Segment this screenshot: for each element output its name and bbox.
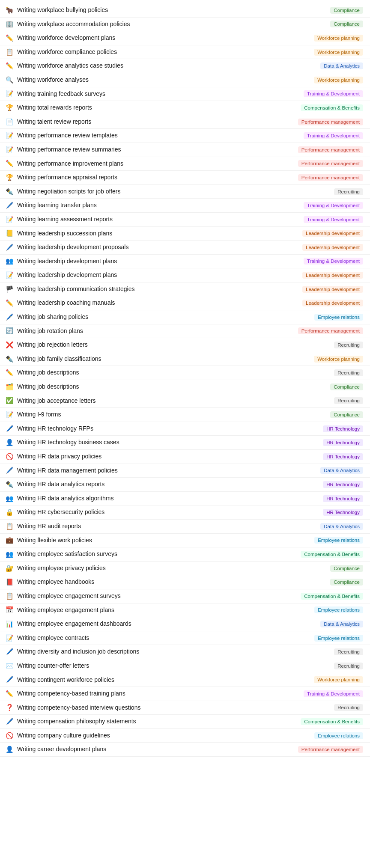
list-item[interactable]: 🖊️Writing HR technology RFPsHR Technolog… <box>0 422 370 436</box>
item-label: Writing I-9 forms <box>17 410 61 419</box>
list-item[interactable]: 🖊️Writing leadership development proposa… <box>0 241 370 255</box>
list-item[interactable]: 📝Writing employee contractsEmployee rela… <box>0 631 370 645</box>
item-badge: Employee relations <box>314 537 363 544</box>
item-icon: ✒️ <box>5 355 14 363</box>
item-left: 🏆Writing performance appraisal reports <box>5 173 298 182</box>
list-item[interactable]: 📝Writing training feedback surveysTraini… <box>0 87 370 101</box>
list-item[interactable]: ❓Writing competency-based interview ques… <box>0 701 370 715</box>
list-item[interactable]: ✏️Writing leadership coaching manualsLea… <box>0 296 370 310</box>
item-icon: 🚫 <box>5 732 14 740</box>
list-item[interactable]: ✏️Writing workforce development plansWor… <box>0 31 370 45</box>
item-icon: ✉️ <box>5 662 14 670</box>
item-left: 🚫Writing HR data privacy policies <box>5 452 323 461</box>
item-badge: HR Technology <box>323 439 363 446</box>
list-item[interactable]: 📅Writing employee engagement plansEmploy… <box>0 603 370 618</box>
item-icon: 📋 <box>5 523 14 530</box>
list-item[interactable]: 📝Writing performance review templatesTra… <box>0 129 370 143</box>
item-badge: Employee relations <box>314 314 363 321</box>
list-item[interactable]: ❌Writing job rejection lettersRecruiting <box>0 338 370 352</box>
list-item[interactable]: 📊Writing employee engagement dashboardsD… <box>0 617 370 631</box>
item-icon: 📝 <box>5 411 14 419</box>
item-badge: Leadership development <box>302 272 363 279</box>
list-item[interactable]: 🖊️Writing job sharing policiesEmployee r… <box>0 310 370 324</box>
item-badge: Compensation & Benefits <box>301 593 363 600</box>
list-item[interactable]: 🔐Writing employee privacy policiesCompli… <box>0 562 370 576</box>
item-badge: Employee relations <box>314 732 363 739</box>
list-item[interactable]: ✏️Writing performance improvement plansP… <box>0 157 370 171</box>
list-item[interactable]: 📒Writing leadership succession plansLead… <box>0 227 370 241</box>
list-item[interactable]: ✉️Writing counter-offer lettersRecruitin… <box>0 659 370 673</box>
item-label: Writing HR data privacy policies <box>17 452 101 461</box>
list-item[interactable]: 🚫Writing company culture guidelinesEmplo… <box>0 729 370 743</box>
list-item[interactable]: 🖊️Writing diversity and inclusion job de… <box>0 645 370 659</box>
item-badge: Recruiting <box>334 342 363 348</box>
list-item[interactable]: 📝Writing I-9 formsCompliance <box>0 408 370 422</box>
list-item[interactable]: 🖊️Writing learning transfer plansTrainin… <box>0 199 370 213</box>
list-item[interactable]: 🏆Writing performance appraisal reportsPe… <box>0 171 370 185</box>
item-badge: Recruiting <box>334 397 363 404</box>
list-item[interactable]: 👥Writing HR data analytics algorithmsHR … <box>0 492 370 506</box>
item-badge: Leadership development <box>302 286 363 293</box>
item-icon: 📝 <box>5 146 14 154</box>
item-left: 📝Writing training feedback surveys <box>5 90 304 98</box>
list-item[interactable]: 👤Writing career development plansPerform… <box>0 743 370 757</box>
list-item[interactable]: 🏆Writing total rewards reportsCompensati… <box>0 101 370 115</box>
list-item[interactable]: 📋Writing HR audit reportsData & Analytic… <box>0 520 370 534</box>
list-item[interactable]: 🔒Writing HR cybersecurity policiesHR Tec… <box>0 505 370 520</box>
item-icon: 👤 <box>5 439 14 446</box>
list-item[interactable]: 🖊️Writing HR data management policiesDat… <box>0 464 370 478</box>
list-item[interactable]: 👥Writing leadership development plansTra… <box>0 255 370 269</box>
item-icon: 📝 <box>5 271 14 279</box>
list-item[interactable]: 📋Writing workforce compliance policiesWo… <box>0 45 370 59</box>
list-item[interactable]: 📋Writing employee engagement surveysComp… <box>0 589 370 603</box>
list-item[interactable]: ✒️Writing negotiation scripts for job of… <box>0 185 370 199</box>
list-item[interactable]: 🔄Writing job rotation plansPerformance m… <box>0 324 370 339</box>
item-icon: 🔄 <box>5 327 14 335</box>
item-icon: 🏆 <box>5 104 14 112</box>
list-item[interactable]: ✒️Writing HR data analytics reportsHR Te… <box>0 478 370 492</box>
item-left: 🖊️Writing job sharing policies <box>5 313 314 321</box>
item-icon: 🔒 <box>5 508 14 516</box>
item-badge: Performance management <box>298 327 363 334</box>
list-item[interactable]: ✏️Writing workforce analytics case studi… <box>0 59 370 73</box>
list-item[interactable]: 🖊️Writing compensation philosophy statem… <box>0 715 370 729</box>
list-item[interactable]: ✏️Writing job descriptionsRecruiting <box>0 366 370 380</box>
item-left: 📋Writing workforce compliance policies <box>5 48 314 56</box>
list-item[interactable]: 👥Writing employee satisfaction surveysCo… <box>0 547 370 562</box>
list-item[interactable]: 🔍Writing workforce analysesWorkforce pla… <box>0 73 370 87</box>
list-item[interactable]: 🐂Writing workplace bullying policiesComp… <box>0 3 370 18</box>
item-label: Writing job rejection letters <box>17 341 88 349</box>
list-item[interactable]: 📕Writing employee handbooksCompliance <box>0 575 370 589</box>
item-left: 🖊️Writing contingent workforce policies <box>5 676 314 684</box>
list-item[interactable]: ✅Writing job acceptance lettersRecruitin… <box>0 394 370 408</box>
item-icon: ✏️ <box>5 299 14 307</box>
list-item[interactable]: 📝Writing learning assessment reportsTrai… <box>0 213 370 227</box>
item-left: 📒Writing leadership succession plans <box>5 229 302 238</box>
item-label: Writing workplace accommodation policies <box>17 20 130 29</box>
list-item[interactable]: ✒️Writing job family classificationsWork… <box>0 352 370 366</box>
item-icon: 👥 <box>5 550 14 558</box>
item-left: 📋Writing employee engagement surveys <box>5 592 301 600</box>
list-item[interactable]: 🏴Writing leadership communication strate… <box>0 282 370 297</box>
item-badge: Training & Development <box>304 216 363 223</box>
item-badge: HR Technology <box>323 481 363 488</box>
list-item[interactable]: 🏢Writing workplace accommodation policie… <box>0 18 370 32</box>
item-label: Writing leadership communication strateg… <box>17 285 134 294</box>
item-badge: HR Technology <box>323 425 363 432</box>
item-badge: Data & Analytics <box>320 467 363 474</box>
item-label: Writing HR technology business cases <box>17 438 119 447</box>
list-item[interactable]: 💼Writing flexible work policiesEmployee … <box>0 534 370 548</box>
item-badge: Employee relations <box>314 635 363 642</box>
item-badge: Compliance <box>330 579 363 586</box>
list-item[interactable]: 🚫Writing HR data privacy policiesHR Tech… <box>0 450 370 464</box>
list-item[interactable]: 🗂️Writing job descriptionsCompliance <box>0 380 370 394</box>
list-item[interactable]: 📝Writing leadership development plansLea… <box>0 268 370 282</box>
list-item[interactable]: 👤Writing HR technology business casesHR … <box>0 436 370 450</box>
list-item[interactable]: 📝Writing performance review summariesPer… <box>0 143 370 157</box>
item-label: Writing training feedback surveys <box>17 90 105 98</box>
item-left: 📝Writing performance review summaries <box>5 146 298 154</box>
list-item[interactable]: 🖊️Writing contingent workforce policiesW… <box>0 673 370 687</box>
list-item[interactable]: ✏️Writing competency-based training plan… <box>0 687 370 701</box>
list-item[interactable]: 📄Writing talent review reportsPerformanc… <box>0 115 370 129</box>
item-badge: Workforce planning <box>314 356 363 363</box>
